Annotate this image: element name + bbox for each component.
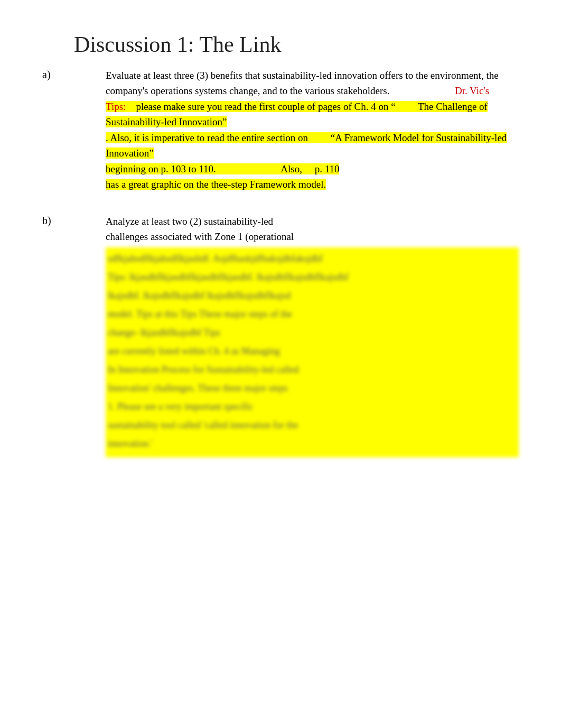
blurred-line-1: sdfkjahsdflkjahsdflkjashdf. Asjdfhaskjdf… [106,251,519,267]
section-b: b) Analyze at least two (2) sustainabili… [42,214,519,458]
blurred-line-3: lkajsdhf. lkajsdhflkajsdhf lkajsdhflkajs… [106,288,519,304]
blurred-line-7: In Innovation Process for Sustainability… [106,362,519,378]
section-a-tip-label: Tips: [106,101,126,112]
blurred-line-8: Innovation' challenges. These three majo… [106,380,519,397]
blurred-line-10: sustainability tool called 'called innov… [106,417,519,434]
blurred-line-9: 1. Please see a very important specific [106,399,519,415]
section-a-tip-block: Tips: please make sure you read the firs… [106,101,507,190]
page-title: Discussion 1: The Link [74,32,519,57]
section-a-content: Evaluate at least three (3) benefits tha… [106,68,519,192]
section-b-content: Analyze at least two (2) sustainability-… [106,214,519,458]
section-a: a) Evaluate at least three (3) benefits … [42,68,519,192]
blurred-line-5: change- lkjasdhflkajsdhf Tips [106,325,519,341]
section-a-red-inline: Dr. Vic's [455,85,489,96]
section-b-normal-text-2: challenges associated with Zone 1 (opera… [106,231,294,242]
blurred-line-11: innovation.' [106,436,519,452]
section-a-label: a) [42,69,85,81]
section-a-tip-text: please make sure you read the first coup… [106,101,507,190]
blurred-line-6: are currently listed within Ch. 4 as Man… [106,343,519,360]
section-b-normal-text-1: Analyze at least two (2) sustainability-… [106,216,273,227]
section-b-blurred-block: sdfkjahsdflkjahsdflkjashdf. Asjdfhaskjdf… [106,247,519,457]
section-b-label: b) [42,215,85,227]
blurred-line-2: Tips: lkjasdhflkjasdhflkjasdhflkjasdhf. … [106,269,519,285]
blurred-line-4: model. Tips at this Tips These major ste… [106,306,519,322]
